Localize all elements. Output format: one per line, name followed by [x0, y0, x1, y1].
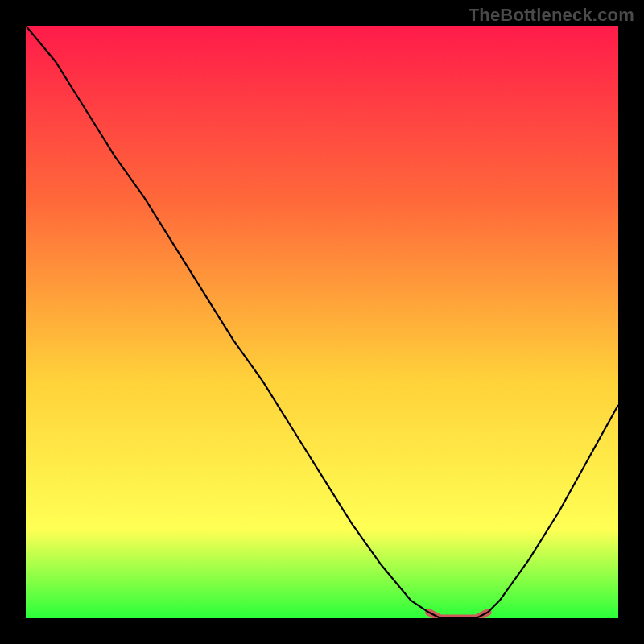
plot-area [26, 26, 618, 618]
chart-svg [26, 26, 618, 618]
watermark-text: TheBottleneck.com [469, 5, 634, 26]
chart-frame: TheBottleneck.com [0, 0, 644, 644]
gradient-background [26, 26, 618, 618]
